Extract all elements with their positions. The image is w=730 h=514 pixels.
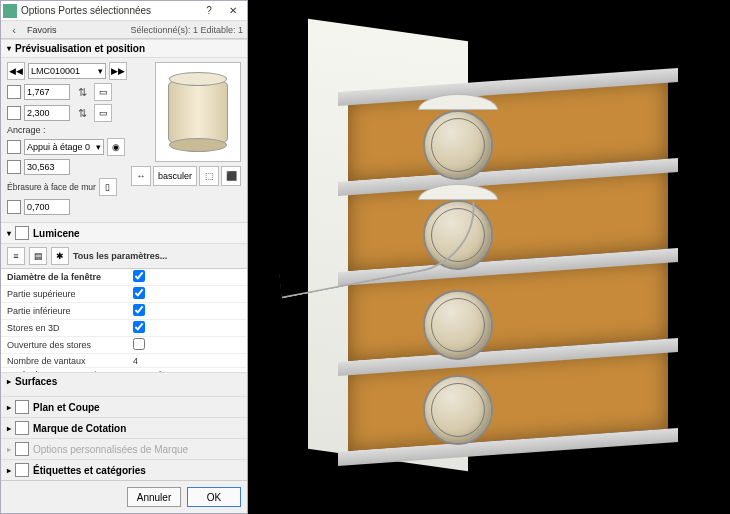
section-lumicene-title: Lumicene [33,228,80,239]
param-row[interactable]: Nombre de vantaux4 [1,354,247,368]
chain-icon[interactable]: ▭ [94,83,112,101]
param-key: Stores en 3D [1,322,129,334]
width-icon [7,85,21,99]
ok-button[interactable]: OK [187,487,241,507]
flip-h-button[interactable]: ↔ [131,166,151,186]
param-row[interactable]: Ouverture des stores [1,337,247,354]
expand-icon: ▸ [7,377,11,386]
param-value [129,337,247,353]
etiquettes-icon [15,463,29,477]
chevron-down-icon: ▾ [96,142,101,152]
cancel-button[interactable]: Annuler [127,487,181,507]
param-key: Partie inférieure [1,305,129,317]
object-id-value: LMC010001 [31,66,80,76]
appui-dropdown[interactable]: Appui à étage 0 ▾ [24,139,104,155]
dialog-footer: Annuler OK [1,480,247,513]
appui-input[interactable] [24,159,70,175]
height-input[interactable] [24,105,70,121]
nav-next-button[interactable]: ▶▶ [109,62,127,80]
basculer-button[interactable]: basculer [153,166,197,186]
expand-icon: ▸ [7,445,11,454]
ebrasure-mode-icon[interactable]: ▯ [99,178,117,196]
section-options-marque: ▸ Options personnalisées de Marque [1,438,247,459]
appui-val-icon [7,160,21,174]
nav-prev-button[interactable]: ◀◀ [7,62,25,80]
param-btn-a[interactable]: ≡ [7,247,25,265]
view-mode-b-button[interactable]: ⬛ [221,166,241,186]
param-toolbar: ≡ ▤ ✱ Tous les paramètres... [1,244,247,269]
param-btn-c[interactable]: ✱ [51,247,69,265]
param-key: Ouverture des stores [1,339,129,351]
width-input[interactable] [24,84,70,100]
section-surfaces[interactable]: ▸ Surfaces [1,372,247,390]
back-button[interactable]: ‹ [5,21,23,39]
options-panel: Options Portes sélectionnées ? ✕ ‹ Favor… [0,0,248,514]
param-key: Partie supérieure [1,288,129,300]
param-checkbox[interactable] [133,287,145,299]
param-value [129,286,247,302]
view-mode-a-button[interactable]: ⬚ [199,166,219,186]
ebrasure-input[interactable] [24,199,70,215]
section-lumicene-header[interactable]: ▾ Lumicene [1,222,247,244]
ancrage-label: Ancrage : [7,125,46,135]
section-preview-title: Prévisualisation et position [15,43,145,54]
close-button[interactable]: ✕ [221,2,245,20]
balcony-2 [423,290,493,360]
link-wh2-icon[interactable]: ⇅ [73,104,91,122]
marque-label: Marque de Cotation [33,423,126,434]
marque-icon [15,421,29,435]
ebrasure-icon [7,200,21,214]
ebrasure-label: Ébrasure à face de mur [7,182,96,192]
appui-icon [7,140,21,154]
options-marque-icon [15,442,29,456]
section-etiquettes[interactable]: ▸ Étiquettes et catégories [1,459,247,480]
link-wh-icon[interactable]: ⇅ [73,83,91,101]
section-preview-header[interactable]: ▾ Prévisualisation et position [1,39,247,58]
section-plan[interactable]: ▸ Plan et Coupe [1,396,247,417]
param-key: Diamètre de la fenêtre [1,271,129,283]
toolbar: ‹ Favoris Sélectionné(s): 1 Editable: 1 [1,21,247,39]
section-marque[interactable]: ▸ Marque de Cotation [1,417,247,438]
balcony-1 [423,375,493,445]
marker-icon[interactable]: ◉ [107,138,125,156]
chain2-icon[interactable]: ▭ [94,104,112,122]
param-checkbox[interactable] [133,338,145,350]
plan-icon [15,400,29,414]
favorites-label[interactable]: Favoris [27,25,57,35]
object-id-dropdown[interactable]: LMC010001 ▾ [28,63,106,79]
expand-icon: ▸ [7,424,11,433]
viewport-3d[interactable] [248,0,730,514]
param-list[interactable]: Diamètre de la fenêtrePartie supérieureP… [1,269,247,372]
param-value [129,303,247,319]
expand-icon: ▸ [7,466,11,475]
param-row[interactable]: Diamètre de la fenêtre [1,269,247,286]
param-row[interactable]: Stores en 3D [1,320,247,337]
selection-count: Sélectionné(s): 1 Editable: 1 [130,25,243,35]
param-checkbox[interactable] [133,270,145,282]
appui-label-text: Appui à étage 0 [27,142,90,152]
param-checkbox[interactable] [133,321,145,333]
plan-label: Plan et Coupe [33,402,100,413]
collapse-icon: ▾ [7,229,11,238]
param-row[interactable]: Partie inférieure [1,303,247,320]
param-value [129,320,247,336]
lumicene-icon [15,226,29,240]
expand-icon: ▸ [7,403,11,412]
collapse-icon: ▾ [7,44,11,53]
window-title: Options Portes sélectionnées [21,5,197,16]
preview-3d [155,62,241,162]
param-checkbox[interactable] [133,304,145,316]
height-icon [7,106,21,120]
all-params-label[interactable]: Tous les paramètres... [73,251,167,261]
param-value: 4 [129,355,247,367]
titlebar: Options Portes sélectionnées ? ✕ [1,1,247,21]
app-icon [3,4,17,18]
param-row[interactable]: Partie supérieure [1,286,247,303]
preview-content: ◀◀ LMC010001 ▾ ▶▶ ⇅ ▭ ⇅ ▭ Ancrage : [1,58,247,222]
help-button[interactable]: ? [197,2,221,20]
options-marque-label: Options personnalisées de Marque [33,444,188,455]
balcony-4 [423,110,493,180]
param-value [129,269,247,285]
etiquettes-label: Étiquettes et catégories [33,465,146,476]
param-btn-b[interactable]: ▤ [29,247,47,265]
